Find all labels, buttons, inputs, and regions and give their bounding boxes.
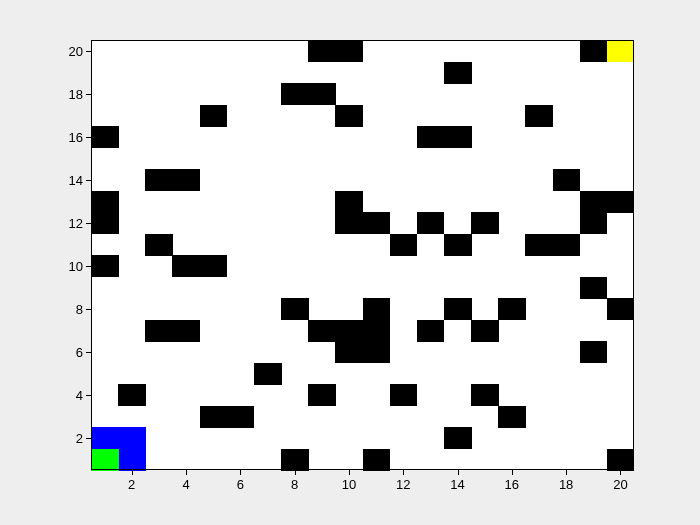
y-tick-label: 20	[61, 43, 83, 58]
x-tick	[620, 470, 621, 475]
x-tick-label: 4	[182, 477, 189, 492]
figure-window: 24681012141618202468101214161820	[0, 0, 700, 525]
y-tick	[86, 352, 91, 353]
grid-cell	[607, 191, 635, 213]
grid-cell	[444, 126, 472, 148]
grid-cell	[471, 384, 499, 406]
grid-cell	[91, 449, 119, 471]
y-tick-label: 16	[61, 129, 83, 144]
grid-cell	[390, 234, 418, 256]
grid-cell	[200, 105, 228, 127]
grid-cell	[335, 341, 363, 363]
grid-cell	[553, 169, 581, 191]
grid-cell	[308, 384, 336, 406]
grid-cell	[281, 449, 309, 471]
y-tick-label: 12	[61, 215, 83, 230]
grid-cell	[91, 191, 119, 213]
grid-cell	[417, 126, 445, 148]
grid-cell	[281, 83, 309, 105]
y-tick	[86, 223, 91, 224]
grid-cell	[525, 234, 553, 256]
x-tick	[295, 470, 296, 475]
y-tick	[86, 51, 91, 52]
grid-cell	[308, 320, 336, 342]
grid-cell	[91, 126, 119, 148]
grid-cell	[417, 212, 445, 234]
grid-cell	[118, 427, 146, 449]
grid-cell	[335, 212, 363, 234]
y-tick	[86, 137, 91, 138]
x-tick	[349, 470, 350, 475]
grid-cell	[471, 212, 499, 234]
grid-cell	[444, 234, 472, 256]
y-tick	[86, 438, 91, 439]
grid-cell	[444, 62, 472, 84]
grid-cell	[471, 320, 499, 342]
x-tick-label: 6	[237, 477, 244, 492]
grid-cell	[607, 449, 635, 471]
x-tick-label: 18	[559, 477, 573, 492]
y-tick	[86, 94, 91, 95]
grid-cell	[580, 191, 608, 213]
x-tick-label: 12	[396, 477, 410, 492]
y-tick-label: 2	[61, 430, 83, 445]
grid-cell	[145, 234, 173, 256]
grid-cell	[308, 83, 336, 105]
grid-cell	[200, 255, 228, 277]
grid-map-axes	[91, 40, 634, 470]
grid-cell	[200, 406, 228, 428]
grid-cell	[335, 40, 363, 62]
x-tick	[403, 470, 404, 475]
grid-cell	[172, 169, 200, 191]
x-tick	[566, 470, 567, 475]
grid-cell	[580, 40, 608, 62]
grid-cell	[444, 298, 472, 320]
grid-cell	[308, 40, 336, 62]
grid-cell	[363, 449, 391, 471]
grid-cell	[335, 191, 363, 213]
grid-cell	[607, 40, 635, 62]
grid-cell	[172, 320, 200, 342]
grid-cell	[363, 341, 391, 363]
y-tick	[86, 266, 91, 267]
grid-cell	[118, 384, 146, 406]
grid-cell	[227, 406, 255, 428]
grid-cell	[498, 406, 526, 428]
grid-cell	[607, 298, 635, 320]
grid-cell	[254, 363, 282, 385]
x-tick	[132, 470, 133, 475]
grid-cell	[91, 427, 119, 449]
grid-cell	[363, 320, 391, 342]
x-tick	[186, 470, 187, 475]
grid-cell	[417, 320, 445, 342]
x-tick	[458, 470, 459, 475]
grid-cell	[553, 234, 581, 256]
grid-cell	[145, 169, 173, 191]
y-tick-label: 4	[61, 387, 83, 402]
grid-cell	[525, 105, 553, 127]
grid-cell	[145, 320, 173, 342]
grid-cell	[335, 320, 363, 342]
grid-cell	[580, 212, 608, 234]
x-tick-label: 8	[291, 477, 298, 492]
grid-cell	[444, 427, 472, 449]
grid-cell	[281, 298, 309, 320]
y-tick	[86, 395, 91, 396]
grid-cell	[91, 255, 119, 277]
x-tick-label: 20	[613, 477, 627, 492]
grid-cell	[498, 298, 526, 320]
grid-cell	[363, 212, 391, 234]
x-tick-label: 2	[128, 477, 135, 492]
grid-cell	[91, 212, 119, 234]
y-tick-label: 18	[61, 86, 83, 101]
x-tick-label: 14	[450, 477, 464, 492]
x-tick-label: 10	[342, 477, 356, 492]
x-tick-label: 16	[505, 477, 519, 492]
grid-cell	[580, 341, 608, 363]
grid-cell	[363, 298, 391, 320]
y-tick	[86, 309, 91, 310]
grid-cell	[580, 277, 608, 299]
y-tick-label: 14	[61, 172, 83, 187]
grid-cell	[335, 105, 363, 127]
grid-cell	[118, 449, 146, 471]
